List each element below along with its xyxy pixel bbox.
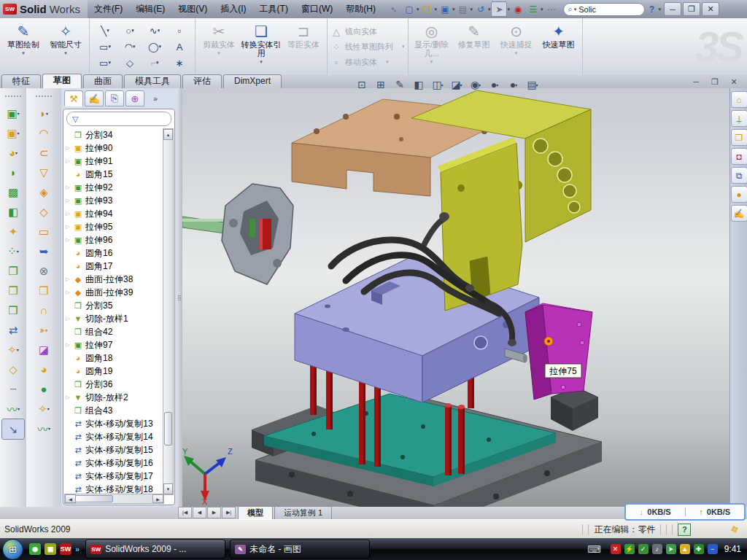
restore-button[interactable]: ❐ [683, 2, 700, 16]
rib-icon[interactable]: ❐ [2, 261, 24, 281]
combine-icon[interactable]: ❒ [2, 300, 24, 320]
start-button[interactable]: ⊞ [2, 539, 23, 560]
chamfer-icon[interactable]: ◧ [2, 202, 24, 222]
point-tool[interactable]: ∗ [167, 55, 192, 71]
lofted-surface-icon[interactable]: ▽ [33, 163, 55, 182]
tree-item[interactable]: ▷▣拉伸96 [65, 233, 164, 246]
zoom-magnify-icon[interactable]: ✎ [391, 77, 409, 93]
tab-特征[interactable]: 特征 [1, 74, 41, 88]
zoom-fit-icon[interactable]: ⊡ [353, 77, 371, 93]
options-icon-dropdown[interactable]: ▾ [541, 7, 543, 12]
chevron-down-icon[interactable]: ▾ [159, 44, 162, 50]
chevron-down-icon[interactable]: ▾ [460, 82, 462, 88]
chevron-down-icon[interactable]: ▾ [47, 406, 50, 411]
options-icon[interactable]: ☰ [526, 2, 541, 16]
close-button[interactable]: ✕ [702, 2, 719, 16]
magenta-block[interactable] [525, 303, 592, 400]
tree-item[interactable]: ⇄实体-移动/复制14 [65, 430, 164, 443]
tree-item[interactable]: ❐分割36 [65, 378, 164, 391]
scroll-left-button[interactable]: ◀ [65, 494, 76, 503]
save-icon[interactable]: ▣ [438, 2, 452, 16]
chevron-down-icon[interactable]: ▾ [158, 28, 160, 34]
delete-body-icon[interactable]: ✧▾ [2, 340, 24, 359]
menu-item-3[interactable]: 插入(I) [214, 0, 252, 18]
select-box-tool[interactable]: ▫ [167, 23, 192, 39]
polygon-tool[interactable]: ◇ [117, 55, 142, 71]
replace-face-icon[interactable]: ❒ [33, 281, 55, 300]
select-icon[interactable]: ➤ [491, 1, 507, 17]
expand-arrow-icon[interactable]: ▷ [65, 198, 71, 203]
help-dropdown-icon[interactable]: ▾ [659, 7, 662, 12]
chevron-down-icon[interactable]: ▾ [479, 82, 481, 88]
expand-arrow-icon[interactable]: ▷ [65, 276, 71, 282]
dome-icon[interactable]: ● [33, 379, 55, 399]
alert-icon[interactable]: ▲ [680, 544, 690, 554]
badge-icon[interactable]: ✓ [638, 544, 649, 554]
boundary-surface-icon[interactable]: ◈ [33, 182, 55, 202]
tab-曲面[interactable]: 曲面 [83, 74, 123, 88]
menu-item-4[interactable]: 工具(T) [253, 0, 295, 18]
dimxpertmanager-tab[interactable]: ⊕ [125, 90, 144, 106]
child-close-button[interactable]: ✕ [727, 77, 741, 87]
nav-button-1[interactable]: ◀ [193, 507, 206, 518]
tree-horizontal-scrollbar[interactable]: ◀ ▶ [64, 494, 164, 504]
extend-surface-icon[interactable]: ➳ [33, 320, 55, 340]
tree-item[interactable]: ▷▣拉伸93 [65, 194, 164, 207]
taskbar-window-solidworks-icon[interactable]: SWSolidWorks 2009 - ... [85, 540, 225, 559]
spline-curve-icon[interactable]: 〰▾ [2, 399, 24, 419]
tab-模型[interactable]: 模型 [238, 506, 273, 519]
convert-entities-button[interactable]: ❏转换实体引用▾ [241, 20, 282, 74]
curve-points-icon[interactable]: ┄ [2, 379, 24, 399]
child-restore-button[interactable]: ❐ [708, 77, 722, 87]
move-copy-body-icon[interactable]: ⇄ [2, 320, 24, 340]
expand-arrow-icon[interactable]: ▷ [65, 394, 71, 400]
simple-hole-icon[interactable]: ◇ [2, 359, 24, 379]
rebuild-icon[interactable]: ◉ [511, 2, 525, 16]
tree-item[interactable]: ▷◆曲面-拉伸39 [65, 286, 164, 299]
tree-item[interactable]: ◕圆角16 [65, 246, 164, 260]
chevron-down-icon[interactable]: ▾ [18, 111, 20, 116]
spline-tool[interactable]: ∿▾ [142, 23, 167, 39]
delete-face-icon[interactable]: ⊗ [33, 261, 55, 281]
tree-item[interactable]: ◕圆角18 [65, 351, 164, 365]
toolbox-icon[interactable]: ◘ [731, 148, 747, 165]
featuremanager-tab[interactable]: ⚒ [64, 90, 83, 106]
child-minimize-button[interactable]: ─ [689, 77, 703, 87]
search-dropdown-icon[interactable]: ▾ [574, 7, 577, 12]
expand-arrow-icon[interactable]: ▷ [65, 342, 71, 348]
security-plus-icon[interactable]: ✚ [694, 544, 704, 554]
untrim-surface-icon[interactable]: ∩ [33, 300, 55, 320]
extruded-cut-icon[interactable]: ▣▾ [2, 123, 24, 143]
chevron-down-icon[interactable]: ▾ [441, 82, 444, 88]
propertymanager-tab[interactable]: ✍ [85, 90, 104, 106]
minimize-button[interactable]: ─ [664, 2, 681, 16]
rectangle-tool[interactable]: ▭▾ [93, 39, 117, 55]
tree-item[interactable]: ▷▣拉伸92 [65, 181, 164, 194]
tree-item[interactable]: ❒组合42 [65, 325, 164, 338]
offset-surface-icon[interactable]: ◇ [33, 202, 55, 222]
ellipse-tool[interactable]: ◯▾ [142, 39, 167, 55]
text-tool[interactable]: A [167, 39, 192, 55]
expand-arrow-icon[interactable]: ▷ [65, 145, 71, 151]
trim-surface-icon[interactable]: ◪ [33, 340, 55, 359]
view-palette-icon[interactable]: ⧉ [731, 167, 747, 184]
overflow-icon[interactable]: ⋯ [544, 2, 559, 16]
sketch-draw-button[interactable]: ✎草图绘制▾ [3, 20, 44, 74]
assembly-model[interactable]: 拉伸75 Y Z X [182, 88, 729, 507]
volume-icon[interactable]: ♪ [652, 544, 662, 554]
file-explorer-icon[interactable]: ❒ [731, 129, 747, 146]
scroll-down-button[interactable]: ▼ [163, 483, 173, 494]
print-icon-dropdown[interactable]: ▾ [470, 7, 473, 12]
rapid-sketch-button[interactable]: ✦快速草图 [538, 20, 579, 74]
curve-icon[interactable]: 〰▾ [33, 419, 55, 438]
tree-item[interactable]: ❐分割35 [65, 299, 164, 312]
tree-item[interactable]: ◕圆角17 [65, 260, 164, 273]
nav-button-2[interactable]: ▶ [207, 507, 221, 518]
split-icon[interactable]: ❐ [2, 281, 24, 300]
knit-surface-icon[interactable]: ➥ [33, 241, 55, 261]
chevron-down-icon[interactable]: ▾ [22, 50, 25, 56]
scroll-thumb[interactable] [75, 495, 113, 502]
tree-item[interactable]: ▷▣拉伸95 [65, 220, 164, 233]
tree-item[interactable]: ⇄实体-移动/复制16 [65, 456, 164, 470]
tree-item[interactable]: ▷▣拉伸90 [65, 141, 164, 155]
